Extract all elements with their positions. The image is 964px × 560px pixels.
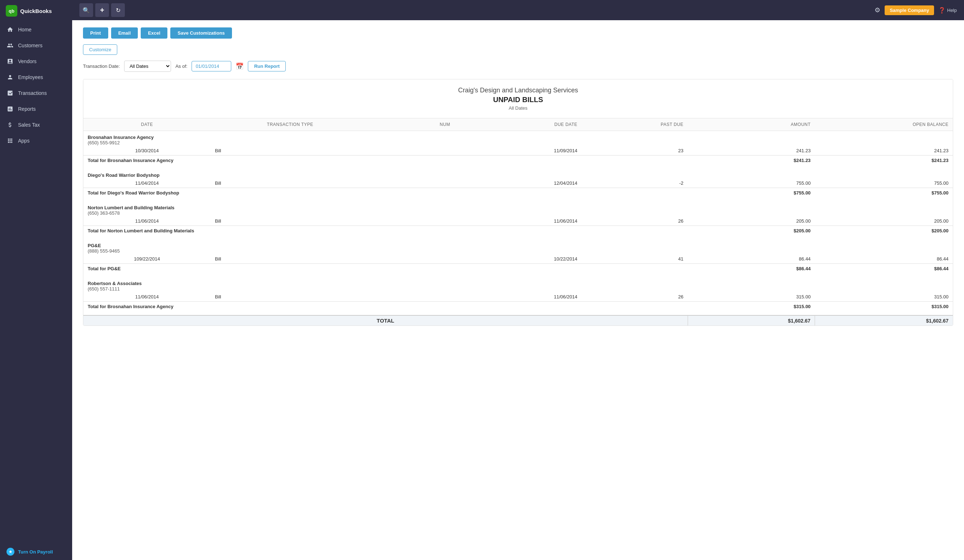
print-button[interactable]: Print: [83, 28, 108, 39]
sidebar: qb QuickBooks Home Customers Vendors Emp…: [0, 0, 72, 560]
calendar-icon[interactable]: 📅: [236, 62, 244, 70]
employees-icon: [7, 73, 14, 81]
sidebar-item-home[interactable]: Home: [0, 22, 72, 37]
apps-icon: [7, 137, 14, 144]
tx-type: Bill: [211, 254, 370, 264]
vendors-icon: [7, 58, 14, 65]
vendor-phone: (650) 363-6578: [88, 210, 948, 216]
filter-row: Transaction Date: All Dates This Month L…: [83, 60, 953, 72]
logo-text: QuickBooks: [20, 8, 52, 14]
tx-date: 109/22/2014: [83, 254, 211, 264]
col-header-date: DATE: [83, 118, 211, 131]
transaction-row: 11/04/2014 Bill 12/04/2014 -2 755.00 755…: [83, 179, 953, 188]
tx-past-due: 26: [581, 217, 688, 226]
vendor-total-row: Total for PG&E $86.44 $86.44: [83, 264, 953, 274]
sidebar-apps-label: Apps: [18, 138, 29, 143]
tx-balance: 315.00: [815, 292, 953, 302]
tx-balance: 86.44: [815, 254, 953, 264]
tx-num: [370, 217, 454, 226]
add-button[interactable]: +: [95, 3, 109, 17]
refresh-button[interactable]: ↻: [111, 3, 125, 17]
vendor-name: Norton Lumbert and Building Materials: [88, 205, 948, 210]
vendor-name-row: Norton Lumbert and Building Materials (6…: [83, 201, 953, 217]
vendor-total-amount: $315.00: [688, 302, 815, 312]
col-header-balance: OPEN BALANCE: [815, 118, 953, 131]
col-header-num: NUM: [370, 118, 454, 131]
run-report-button[interactable]: Run Report: [248, 61, 286, 72]
vendor-name: Brosnahan Insurance Agency: [88, 135, 948, 140]
main-area: 🔍 + ↻ ⚙ Sample Company ❓ Help Print Emai…: [72, 0, 964, 560]
vendor-total-row: Total for Brosnahan Insurance Agency $24…: [83, 156, 953, 166]
sidebar-item-employees[interactable]: Employees: [0, 69, 72, 85]
settings-icon[interactable]: ⚙: [874, 6, 880, 14]
tx-num: [370, 292, 454, 302]
tx-due-date: 11/06/2014: [454, 217, 582, 226]
vendor-total-amount: $755.00: [688, 188, 815, 198]
topbar-left: 🔍 + ↻: [79, 3, 125, 17]
email-button[interactable]: Email: [111, 28, 138, 39]
content-area: Print Email Excel Save Customizations Cu…: [72, 20, 964, 560]
tx-date: 11/06/2014: [83, 292, 211, 302]
excel-button[interactable]: Excel: [141, 28, 168, 39]
tx-date: 11/04/2014: [83, 179, 211, 188]
vendor-name: Diego's Road Warrior Bodyshop: [88, 173, 948, 178]
toolbar: Print Email Excel Save Customizations: [83, 28, 953, 39]
asof-input[interactable]: [192, 61, 231, 72]
sidebar-item-vendors[interactable]: Vendors: [0, 54, 72, 69]
vendor-total-row: Total for Norton Lumbert and Building Ma…: [83, 226, 953, 236]
payroll-icon: ★: [7, 548, 15, 556]
report-header: Craig's Design and Landscaping Services …: [83, 80, 953, 118]
grand-total-label: TOTAL: [83, 315, 688, 326]
sidebar-item-apps[interactable]: Apps: [0, 133, 72, 149]
spacer-row: [83, 311, 953, 315]
vendor-phone: (650) 557-1111: [88, 286, 948, 291]
transaction-date-select[interactable]: All Dates This Month Last Month This Yea…: [124, 60, 171, 72]
vendor-total-label: Total for Brosnahan Insurance Agency: [83, 156, 688, 166]
report-subtitle: All Dates: [91, 105, 946, 111]
col-header-amount: AMOUNT: [688, 118, 815, 131]
tx-balance: 241.23: [815, 146, 953, 156]
sidebar-item-transactions[interactable]: Transactions: [0, 85, 72, 101]
customers-icon: [7, 42, 14, 49]
tx-amount: 755.00: [688, 179, 815, 188]
quickbooks-logo-icon: qb: [6, 5, 17, 16]
vendor-name-row: Robertson & Associates (650) 557-1111: [83, 277, 953, 292]
tx-num: [370, 254, 454, 264]
save-customizations-button[interactable]: Save Customizations: [170, 28, 232, 39]
grand-total-amount: $1,602.67: [688, 315, 815, 326]
grand-total-row: TOTAL $1,602.67 $1,602.67: [83, 315, 953, 326]
vendor-total-label: Total for Diego's Road Warrior Bodyshop: [83, 188, 688, 198]
transactions-icon: [7, 90, 14, 97]
sidebar-transactions-label: Transactions: [18, 90, 47, 96]
customize-button[interactable]: Customize: [83, 44, 117, 55]
vendor-total-row: Total for Brosnahan Insurance Agency $31…: [83, 302, 953, 312]
search-button[interactable]: 🔍: [79, 3, 93, 17]
topbar: 🔍 + ↻ ⚙ Sample Company ❓ Help: [72, 0, 964, 20]
tx-due-date: 11/09/2014: [454, 146, 582, 156]
vendor-total-label: Total for Norton Lumbert and Building Ma…: [83, 226, 688, 236]
vendor-name-row: Diego's Road Warrior Bodyshop: [83, 169, 953, 179]
sidebar-customers-label: Customers: [18, 42, 42, 48]
report-area: Craig's Design and Landscaping Services …: [83, 79, 953, 326]
sidebar-item-reports[interactable]: Reports: [0, 101, 72, 117]
transaction-row: 11/06/2014 Bill 11/06/2014 26 315.00 315…: [83, 292, 953, 302]
tx-type: Bill: [211, 292, 370, 302]
help-button[interactable]: ❓ Help: [938, 7, 957, 14]
company-button[interactable]: Sample Company: [885, 5, 934, 15]
grand-total-balance: $1,602.67: [815, 315, 953, 326]
sidebar-item-customers[interactable]: Customers: [0, 37, 72, 54]
vendor-total-balance: $241.23: [815, 156, 953, 166]
sidebar-reports-label: Reports: [18, 106, 36, 112]
transaction-row: 10/30/2014 Bill 11/09/2014 23 241.23 241…: [83, 146, 953, 156]
tx-type: Bill: [211, 146, 370, 156]
sidebar-item-sales-tax[interactable]: Sales Tax: [0, 117, 72, 133]
tx-amount: 315.00: [688, 292, 815, 302]
vendor-total-amount: $86.44: [688, 264, 815, 274]
tx-balance: 205.00: [815, 217, 953, 226]
tx-due-date: 12/04/2014: [454, 179, 582, 188]
help-circle-icon: ❓: [938, 7, 946, 14]
sidebar-employees-label: Employees: [18, 74, 43, 80]
sidebar-payroll[interactable]: ★ Turn On Payroll: [0, 544, 72, 560]
tx-num: [370, 146, 454, 156]
vendor-total-balance: $315.00: [815, 302, 953, 312]
